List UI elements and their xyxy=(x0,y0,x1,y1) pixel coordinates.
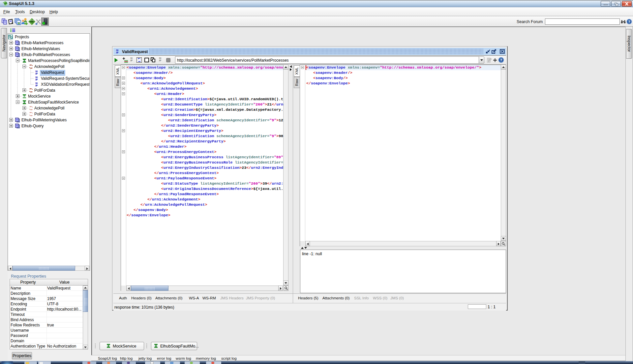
svg-text:?: ? xyxy=(500,58,502,62)
svg-text:?: ? xyxy=(628,20,630,24)
